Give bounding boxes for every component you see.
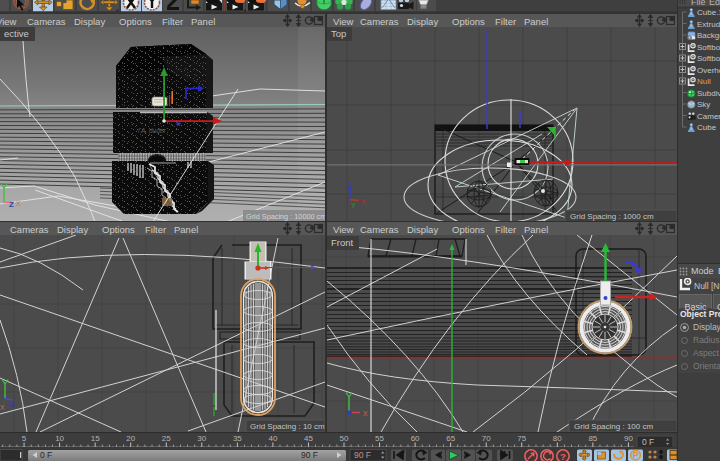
svg-text:60: 60 bbox=[411, 434, 420, 443]
svg-text:Grid Spacing : 1000 cm: Grid Spacing : 1000 cm bbox=[570, 212, 654, 221]
svg-text:25: 25 bbox=[162, 434, 171, 443]
svg-text:50: 50 bbox=[340, 434, 349, 443]
svg-text:X: X bbox=[361, 198, 366, 205]
svg-text:20: 20 bbox=[126, 434, 135, 443]
svg-text:Z: Z bbox=[346, 180, 351, 187]
svg-text:55: 55 bbox=[375, 434, 384, 443]
svg-text:90 F: 90 F bbox=[301, 450, 318, 460]
svg-text:Edit: Edit bbox=[709, 0, 720, 7]
svg-text:45: 45 bbox=[304, 434, 313, 443]
svg-text:Grid Spacing : 10000 cm: Grid Spacing : 10000 cm bbox=[246, 212, 325, 221]
svg-text:35: 35 bbox=[233, 434, 242, 443]
svg-text:X: X bbox=[0, 404, 5, 411]
svg-text:40: 40 bbox=[268, 434, 277, 443]
svg-text:Grid Spacing : 100 cm: Grid Spacing : 100 cm bbox=[574, 422, 653, 431]
svg-text:X: X bbox=[16, 200, 21, 207]
svg-text:X: X bbox=[363, 410, 368, 417]
svg-text:5: 5 bbox=[22, 434, 27, 443]
svg-text:75: 75 bbox=[517, 434, 526, 443]
svg-text:0 F: 0 F bbox=[642, 437, 654, 447]
svg-text:90: 90 bbox=[624, 434, 633, 443]
svg-text:File: File bbox=[691, 0, 706, 7]
svg-text:85: 85 bbox=[588, 434, 597, 443]
svg-text:Z: Z bbox=[10, 400, 15, 409]
svg-text:10: 10 bbox=[55, 434, 64, 443]
svg-text:Z: Z bbox=[9, 200, 14, 209]
svg-text:70: 70 bbox=[482, 434, 491, 443]
svg-text:30: 30 bbox=[197, 434, 206, 443]
svg-text:65: 65 bbox=[446, 434, 455, 443]
svg-text:Grid Spacing : 10 cm: Grid Spacing : 10 cm bbox=[250, 422, 325, 431]
svg-text:80: 80 bbox=[553, 434, 562, 443]
svg-text:90 F: 90 F bbox=[354, 450, 371, 460]
svg-text:?: ? bbox=[560, 451, 566, 461]
svg-text:P: P bbox=[633, 450, 639, 460]
svg-text:Y: Y bbox=[351, 202, 356, 209]
svg-text:15: 15 bbox=[91, 434, 100, 443]
svg-text:0 F: 0 F bbox=[40, 450, 52, 460]
